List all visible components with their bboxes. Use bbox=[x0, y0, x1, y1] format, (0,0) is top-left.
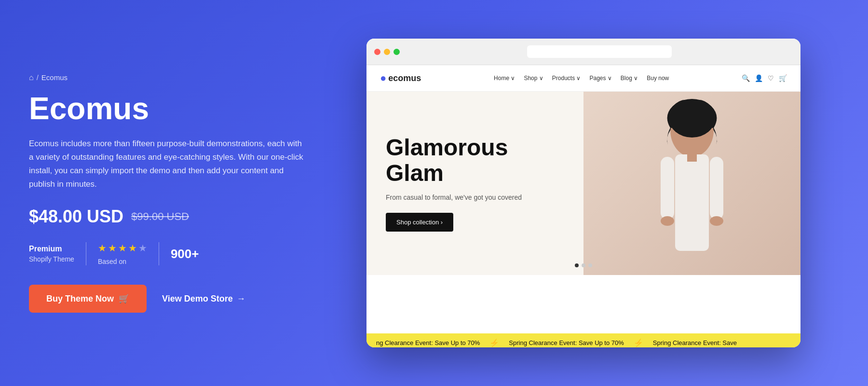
star-4: ★ bbox=[128, 242, 137, 254]
carousel-dot-1 bbox=[575, 263, 579, 267]
breadcrumb-separator: / bbox=[37, 73, 39, 82]
browser-mockup: ● ecomus Home ∨ Shop ∨ Products ∨ Pages … bbox=[366, 39, 800, 347]
svg-rect-7 bbox=[710, 157, 723, 220]
rating-label: Based on bbox=[98, 258, 147, 265]
original-price: $99.00 USD bbox=[131, 210, 189, 223]
svg-point-9 bbox=[710, 216, 723, 226]
traffic-light-red bbox=[374, 49, 380, 55]
svg-point-8 bbox=[661, 216, 674, 226]
star-5: ★ bbox=[138, 242, 147, 254]
theme-type-stat: Premium Shopify Theme bbox=[29, 245, 74, 263]
announcement-text-3: Spring Clearance Event: Save bbox=[643, 338, 746, 347]
account-icon: 👤 bbox=[755, 74, 763, 82]
cart-nav-icon: 🛒 bbox=[779, 74, 787, 82]
theme-type-light: Shopify Theme bbox=[29, 255, 74, 263]
announcement-bar: ng Clearance Event: Save Up to 70% ⚡ Spr… bbox=[366, 333, 800, 347]
hero-headline: Glamorous Glam bbox=[386, 135, 522, 186]
page-title: Ecomus bbox=[29, 92, 309, 125]
product-description: Ecomus includes more than fifteen purpos… bbox=[29, 137, 309, 191]
hero-headline-line2: Glam bbox=[386, 161, 522, 186]
svg-rect-4 bbox=[675, 154, 709, 251]
hero-headline-line1: Glamorous bbox=[386, 135, 522, 161]
store-hero: Glamorous Glam From casual to formal, we… bbox=[366, 92, 800, 275]
buy-theme-button[interactable]: Buy Theme Now 🛒 bbox=[29, 285, 147, 313]
nav-link-home: Home ∨ bbox=[494, 75, 515, 82]
star-1: ★ bbox=[98, 242, 107, 254]
wishlist-icon: ♡ bbox=[768, 74, 774, 82]
pricing-section: $48.00 USD $99.00 USD bbox=[29, 207, 309, 227]
star-2: ★ bbox=[108, 242, 117, 254]
star-rating: ★ ★ ★ ★ ★ bbox=[98, 242, 147, 254]
svg-rect-5 bbox=[687, 152, 697, 162]
home-icon: ⌂ bbox=[29, 73, 34, 82]
carousel-dot-3 bbox=[588, 263, 592, 267]
rating-stat: ★ ★ ★ ★ ★ Based on bbox=[98, 242, 147, 265]
product-info-panel: ⌂ / Ecomus Ecomus Ecomus includes more t… bbox=[29, 73, 328, 313]
nav-link-buy: Buy now bbox=[647, 75, 669, 82]
stat-divider-1 bbox=[86, 242, 86, 265]
store-nav-icons: 🔍 👤 ♡ 🛒 bbox=[742, 74, 787, 82]
arrow-right-icon: → bbox=[237, 294, 245, 304]
browser-content: ● ecomus Home ∨ Shop ∨ Products ∨ Pages … bbox=[366, 65, 800, 347]
reviews-number: 900+ bbox=[171, 247, 199, 262]
traffic-lights bbox=[374, 49, 400, 55]
action-buttons: Buy Theme Now 🛒 View Demo Store → bbox=[29, 285, 309, 313]
store-logo: ● ecomus bbox=[380, 72, 421, 84]
view-demo-button[interactable]: View Demo Store → bbox=[162, 294, 245, 304]
carousel-dots bbox=[575, 263, 592, 267]
store-nav: ● ecomus Home ∨ Shop ∨ Products ∨ Pages … bbox=[366, 65, 800, 92]
svg-rect-6 bbox=[661, 157, 674, 220]
lightning-icon-1: ⚡ bbox=[489, 338, 499, 347]
stats-row: Premium Shopify Theme ★ ★ ★ ★ ★ Based on… bbox=[29, 242, 309, 265]
announcement-text-2: Spring Clearance Event: Save Up to 70% bbox=[499, 338, 633, 347]
announcement-text-1: ng Clearance Event: Save Up to 70% bbox=[366, 338, 489, 347]
logo-dot: ● bbox=[380, 72, 386, 84]
nav-link-blog: Blog ∨ bbox=[621, 75, 638, 82]
breadcrumb: ⌂ / Ecomus bbox=[29, 73, 309, 82]
nav-link-shop: Shop ∨ bbox=[524, 75, 543, 82]
cart-icon: 🛒 bbox=[119, 293, 129, 304]
traffic-light-green bbox=[393, 49, 400, 55]
theme-type-bold: Premium bbox=[29, 245, 74, 253]
reviews-count-stat: 900+ bbox=[171, 247, 199, 262]
stat-divider-2 bbox=[159, 242, 159, 265]
star-3: ★ bbox=[118, 242, 127, 254]
search-icon: 🔍 bbox=[742, 74, 750, 82]
breadcrumb-current: Ecomus bbox=[41, 73, 68, 82]
person-illustration bbox=[639, 92, 745, 275]
current-price: $48.00 USD bbox=[29, 207, 123, 227]
nav-link-pages: Pages ∨ bbox=[589, 75, 611, 82]
address-bar bbox=[527, 45, 672, 58]
traffic-light-yellow bbox=[384, 49, 390, 55]
hero-text: Glamorous Glam From casual to formal, we… bbox=[366, 116, 541, 251]
hero-cta-button[interactable]: Shop collection › bbox=[386, 213, 453, 232]
hero-cta-label: Shop collection › bbox=[396, 219, 443, 226]
lightning-icon-2: ⚡ bbox=[634, 338, 643, 347]
hero-subline: From casual to formal, we've got you cov… bbox=[386, 193, 522, 201]
browser-chrome bbox=[366, 39, 800, 65]
preview-panel: ● ecomus Home ∨ Shop ∨ Products ∨ Pages … bbox=[328, 39, 839, 347]
buy-theme-label: Buy Theme Now bbox=[46, 294, 114, 304]
logo-text: ecomus bbox=[388, 73, 421, 83]
carousel-dot-2 bbox=[582, 263, 585, 267]
nav-link-products: Products ∨ bbox=[552, 75, 581, 82]
view-demo-label: View Demo Store bbox=[162, 294, 233, 304]
store-nav-links: Home ∨ Shop ∨ Products ∨ Pages ∨ Blog ∨ … bbox=[494, 75, 669, 82]
hero-image bbox=[583, 92, 800, 275]
